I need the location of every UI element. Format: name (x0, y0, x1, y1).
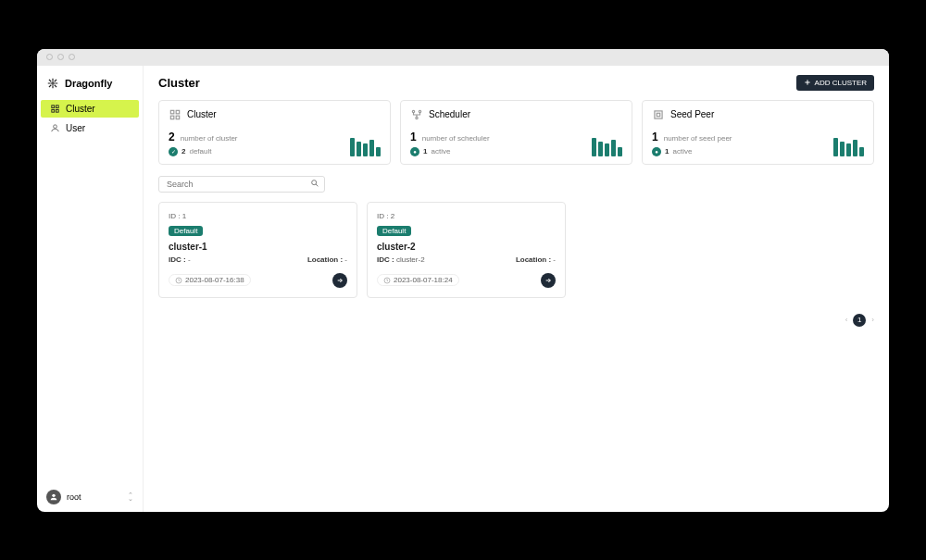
cluster-icon (50, 104, 60, 114)
page-header: Cluster ADD CLUSTER (158, 75, 874, 91)
add-cluster-label: ADD CLUSTER (815, 79, 867, 87)
sidebar-item-cluster[interactable]: Cluster (41, 100, 139, 118)
stat-card-seed-peer: Seed Peer 1 number of seed peer ● 1 acti… (642, 100, 874, 165)
stat-title: Scheduler (429, 109, 470, 119)
window-minimize-icon[interactable] (57, 54, 64, 60)
svg-point-26 (312, 180, 317, 184)
current-user-name: root (67, 492, 81, 502)
default-badge: Default (377, 226, 411, 236)
svg-rect-25 (657, 113, 660, 117)
brand: Dragonfly (37, 77, 143, 99)
seed-peer-stat-icon (652, 108, 665, 121)
timestamp-chip: 2023-08-07-18:24 (377, 274, 459, 286)
stat-card-cluster: Cluster 2 number of cluster ✓ 2 default (158, 100, 391, 165)
bar-chart-icon (350, 138, 381, 156)
sidebar-footer[interactable]: root ⌃⌄ (37, 482, 143, 512)
cluster-card: ID : 2 Default cluster-2 IDC : cluster-2… (367, 202, 566, 298)
svg-point-21 (412, 110, 414, 112)
window-maximize-icon[interactable] (69, 54, 75, 60)
clock-icon (383, 277, 391, 284)
window-close-icon[interactable] (46, 54, 53, 60)
svg-rect-18 (176, 110, 180, 114)
stat-value: 1 (410, 131, 417, 143)
active-icon: ● (652, 147, 661, 156)
svg-line-8 (49, 84, 51, 86)
open-cluster-button[interactable] (541, 273, 556, 288)
pagination-prev[interactable]: ‹ (845, 316, 848, 324)
stat-status-label: default (189, 147, 211, 156)
timestamp-chip: 2023-08-07-16:38 (169, 274, 251, 286)
svg-point-22 (419, 110, 420, 112)
idc-label: IDC : (377, 255, 394, 264)
location-value: - (344, 255, 347, 264)
sidebar-item-label: Cluster (66, 104, 95, 114)
svg-point-13 (54, 124, 57, 128)
sidebar-item-user[interactable]: User (41, 119, 139, 137)
user-menu-chevron-icon[interactable]: ⌃⌄ (128, 493, 133, 501)
svg-rect-19 (170, 116, 174, 119)
svg-rect-24 (655, 110, 662, 118)
cluster-id: ID : 2 (377, 212, 556, 220)
plus-icon (804, 79, 811, 86)
idc-label: IDC : (169, 255, 186, 264)
stat-status-value: 2 (181, 147, 185, 156)
svg-line-5 (49, 79, 51, 81)
avatar (46, 490, 61, 504)
add-cluster-button[interactable]: ADD CLUSTER (796, 75, 874, 91)
bar-chart-icon (592, 138, 622, 156)
svg-rect-17 (170, 110, 174, 114)
timestamp-value: 2023-08-07-16:38 (185, 276, 244, 284)
cluster-card: ID : 1 Default cluster-1 IDC : - Locatio… (158, 202, 357, 298)
svg-rect-9 (52, 105, 55, 107)
clock-icon (175, 277, 182, 284)
open-cluster-button[interactable] (332, 273, 347, 288)
svg-line-7 (55, 79, 56, 81)
svg-line-6 (55, 84, 56, 86)
stat-subtitle: number of scheduler (422, 134, 490, 143)
pagination-page-current[interactable]: 1 (853, 314, 866, 327)
svg-rect-20 (176, 116, 180, 119)
page-title: Cluster (158, 76, 200, 90)
stat-subtitle: number of seed peer (664, 134, 732, 143)
cluster-name: cluster-2 (377, 242, 556, 252)
cluster-stat-icon (169, 108, 181, 121)
location-value: - (553, 255, 556, 264)
stat-status-value: 1 (665, 147, 669, 156)
sidebar-item-label: User (66, 123, 85, 133)
cluster-id: ID : 1 (169, 212, 347, 220)
scheduler-stat-icon (410, 108, 423, 121)
default-badge: Default (169, 226, 203, 236)
user-icon (50, 123, 60, 133)
stats-row: Cluster 2 number of cluster ✓ 2 default (158, 100, 874, 165)
idc-value: - (188, 255, 191, 264)
brand-logo-icon (46, 77, 59, 90)
bar-chart-icon (833, 138, 864, 156)
cluster-grid: ID : 1 Default cluster-1 IDC : - Locatio… (158, 202, 874, 298)
svg-point-0 (52, 81, 54, 83)
arrow-right-icon (544, 277, 552, 284)
arrow-right-icon (336, 277, 344, 284)
search-icon[interactable] (310, 179, 319, 188)
stat-title: Cluster (187, 109, 217, 119)
location-label: Location : (307, 255, 343, 264)
app-window: Dragonfly Cluster User root (37, 49, 889, 512)
stat-status-value: 1 (423, 147, 427, 156)
stat-status-label: active (431, 147, 450, 156)
idc-value: cluster-2 (396, 255, 425, 264)
svg-rect-11 (52, 109, 55, 112)
search-row (158, 174, 874, 193)
svg-rect-10 (56, 105, 58, 107)
stat-value: 1 (652, 131, 658, 143)
search-input[interactable] (158, 176, 325, 193)
location-label: Location : (516, 255, 551, 264)
stat-card-scheduler: Scheduler 1 number of scheduler ● 1 acti… (400, 100, 632, 165)
timestamp-value: 2023-08-07-18:24 (394, 276, 453, 284)
svg-point-14 (52, 493, 55, 496)
sidebar: Dragonfly Cluster User root (37, 66, 144, 512)
main-content: Cluster ADD CLUSTER Cluster (144, 66, 889, 512)
pagination-next[interactable]: › (871, 316, 874, 324)
stat-status-label: active (672, 147, 692, 156)
stat-subtitle: number of cluster (181, 134, 238, 143)
window-titlebar (37, 49, 889, 66)
pagination: ‹ 1 › (845, 314, 874, 327)
